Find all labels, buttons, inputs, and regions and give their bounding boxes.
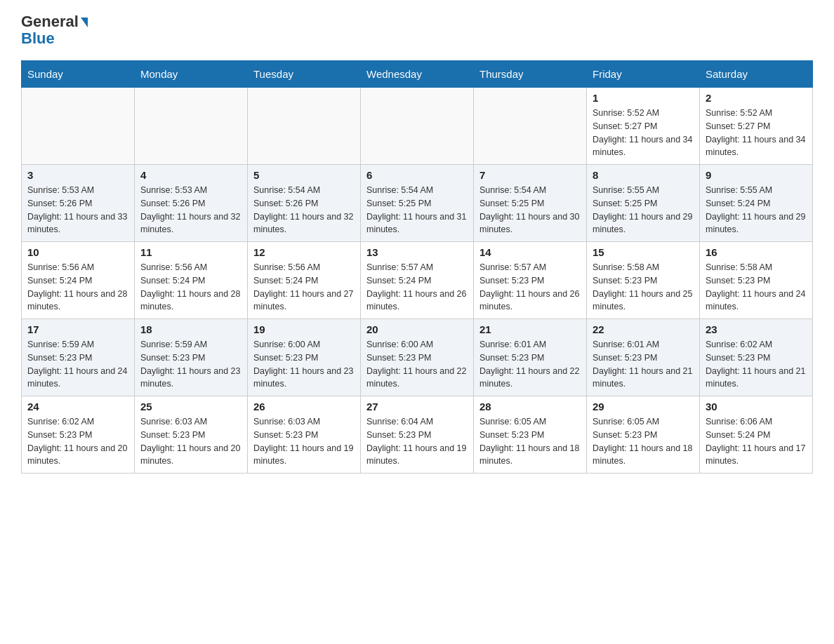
day-info: Sunrise: 6:02 AM Sunset: 5:23 PM Dayligh… xyxy=(27,415,128,468)
calendar-cell: 17Sunrise: 5:59 AM Sunset: 5:23 PM Dayli… xyxy=(22,319,135,396)
page-header: General Blue xyxy=(21,14,813,46)
day-number: 10 xyxy=(27,246,128,258)
day-header-monday: Monday xyxy=(135,61,248,88)
day-number: 25 xyxy=(140,401,241,412)
day-header-wednesday: Wednesday xyxy=(361,61,474,88)
calendar-cell: 9Sunrise: 5:55 AM Sunset: 5:24 PM Daylig… xyxy=(700,165,813,242)
calendar-cell: 11Sunrise: 5:56 AM Sunset: 5:24 PM Dayli… xyxy=(135,242,248,319)
calendar-cell: 7Sunrise: 5:54 AM Sunset: 5:25 PM Daylig… xyxy=(474,165,587,242)
day-info: Sunrise: 5:55 AM Sunset: 5:24 PM Dayligh… xyxy=(706,184,807,236)
day-number: 12 xyxy=(253,246,355,258)
day-number: 3 xyxy=(27,169,128,181)
day-number: 5 xyxy=(253,169,355,181)
calendar-cell: 29Sunrise: 6:05 AM Sunset: 5:23 PM Dayli… xyxy=(587,396,700,474)
day-number: 1 xyxy=(593,92,694,104)
calendar-cell: 15Sunrise: 5:58 AM Sunset: 5:23 PM Dayli… xyxy=(587,242,700,319)
calendar-cell: 8Sunrise: 5:55 AM Sunset: 5:25 PM Daylig… xyxy=(587,165,700,242)
day-number: 26 xyxy=(253,401,355,412)
calendar-cell: 10Sunrise: 5:56 AM Sunset: 5:24 PM Dayli… xyxy=(22,242,135,319)
calendar-cell: 26Sunrise: 6:03 AM Sunset: 5:23 PM Dayli… xyxy=(248,396,361,474)
day-info: Sunrise: 6:00 AM Sunset: 5:23 PM Dayligh… xyxy=(253,338,355,391)
day-number: 11 xyxy=(140,246,241,258)
day-number: 17 xyxy=(27,323,128,335)
calendar-cell: 1Sunrise: 5:52 AM Sunset: 5:27 PM Daylig… xyxy=(587,88,700,165)
day-info: Sunrise: 5:52 AM Sunset: 5:27 PM Dayligh… xyxy=(706,107,807,159)
calendar-cell: 27Sunrise: 6:04 AM Sunset: 5:23 PM Dayli… xyxy=(361,396,474,474)
day-header-thursday: Thursday xyxy=(474,61,587,88)
day-number: 20 xyxy=(366,323,468,335)
calendar-cell: 23Sunrise: 6:02 AM Sunset: 5:23 PM Dayli… xyxy=(700,319,813,396)
day-info: Sunrise: 5:59 AM Sunset: 5:23 PM Dayligh… xyxy=(27,338,128,391)
calendar-cell: 25Sunrise: 6:03 AM Sunset: 5:23 PM Dayli… xyxy=(135,396,248,474)
day-header-friday: Friday xyxy=(587,61,700,88)
day-info: Sunrise: 6:05 AM Sunset: 5:23 PM Dayligh… xyxy=(479,415,581,468)
day-number: 9 xyxy=(706,169,807,181)
day-info: Sunrise: 5:54 AM Sunset: 5:26 PM Dayligh… xyxy=(253,184,355,236)
day-number: 27 xyxy=(366,401,468,412)
calendar-cell: 3Sunrise: 5:53 AM Sunset: 5:26 PM Daylig… xyxy=(22,165,135,242)
day-info: Sunrise: 5:58 AM Sunset: 5:23 PM Dayligh… xyxy=(706,261,807,314)
logo: General Blue xyxy=(21,14,88,46)
day-info: Sunrise: 5:57 AM Sunset: 5:23 PM Dayligh… xyxy=(479,261,581,314)
calendar-cell: 13Sunrise: 5:57 AM Sunset: 5:24 PM Dayli… xyxy=(361,242,474,319)
calendar-table: SundayMondayTuesdayWednesdayThursdayFrid… xyxy=(21,60,813,474)
day-number: 28 xyxy=(479,401,581,412)
calendar-week-row: 24Sunrise: 6:02 AM Sunset: 5:23 PM Dayli… xyxy=(22,396,813,474)
day-info: Sunrise: 6:06 AM Sunset: 5:24 PM Dayligh… xyxy=(706,415,807,468)
calendar-cell xyxy=(474,88,587,165)
calendar-cell xyxy=(22,88,135,165)
day-info: Sunrise: 5:54 AM Sunset: 5:25 PM Dayligh… xyxy=(479,184,581,236)
day-info: Sunrise: 6:01 AM Sunset: 5:23 PM Dayligh… xyxy=(593,338,694,391)
logo-blue-text: Blue xyxy=(21,31,55,46)
calendar-cell: 2Sunrise: 5:52 AM Sunset: 5:27 PM Daylig… xyxy=(700,88,813,165)
calendar-cell: 28Sunrise: 6:05 AM Sunset: 5:23 PM Dayli… xyxy=(474,396,587,474)
calendar-cell: 30Sunrise: 6:06 AM Sunset: 5:24 PM Dayli… xyxy=(700,396,813,474)
logo-general-text: General xyxy=(21,14,88,29)
day-number: 7 xyxy=(479,169,581,181)
calendar-week-row: 17Sunrise: 5:59 AM Sunset: 5:23 PM Dayli… xyxy=(22,319,813,396)
day-number: 24 xyxy=(27,401,128,412)
calendar-cell: 18Sunrise: 5:59 AM Sunset: 5:23 PM Dayli… xyxy=(135,319,248,396)
day-number: 23 xyxy=(706,323,807,335)
day-info: Sunrise: 6:03 AM Sunset: 5:23 PM Dayligh… xyxy=(253,415,355,468)
day-info: Sunrise: 5:56 AM Sunset: 5:24 PM Dayligh… xyxy=(140,261,241,314)
day-header-tuesday: Tuesday xyxy=(248,61,361,88)
calendar-cell: 21Sunrise: 6:01 AM Sunset: 5:23 PM Dayli… xyxy=(474,319,587,396)
day-info: Sunrise: 5:53 AM Sunset: 5:26 PM Dayligh… xyxy=(140,184,241,236)
calendar-header-row: SundayMondayTuesdayWednesdayThursdayFrid… xyxy=(22,61,813,88)
calendar-cell xyxy=(361,88,474,165)
calendar-cell xyxy=(248,88,361,165)
day-number: 18 xyxy=(140,323,241,335)
calendar-cell: 20Sunrise: 6:00 AM Sunset: 5:23 PM Dayli… xyxy=(361,319,474,396)
day-info: Sunrise: 5:56 AM Sunset: 5:24 PM Dayligh… xyxy=(253,261,355,314)
day-header-saturday: Saturday xyxy=(700,61,813,88)
day-info: Sunrise: 6:02 AM Sunset: 5:23 PM Dayligh… xyxy=(706,338,807,391)
day-number: 19 xyxy=(253,323,355,335)
calendar-cell: 4Sunrise: 5:53 AM Sunset: 5:26 PM Daylig… xyxy=(135,165,248,242)
day-number: 30 xyxy=(706,401,807,412)
day-number: 6 xyxy=(366,169,468,181)
calendar-cell: 24Sunrise: 6:02 AM Sunset: 5:23 PM Dayli… xyxy=(22,396,135,474)
day-number: 14 xyxy=(479,246,581,258)
calendar-week-row: 3Sunrise: 5:53 AM Sunset: 5:26 PM Daylig… xyxy=(22,165,813,242)
day-number: 13 xyxy=(366,246,468,258)
day-info: Sunrise: 5:58 AM Sunset: 5:23 PM Dayligh… xyxy=(593,261,694,314)
day-number: 21 xyxy=(479,323,581,335)
day-number: 15 xyxy=(593,246,694,258)
calendar-cell: 14Sunrise: 5:57 AM Sunset: 5:23 PM Dayli… xyxy=(474,242,587,319)
calendar-cell: 6Sunrise: 5:54 AM Sunset: 5:25 PM Daylig… xyxy=(361,165,474,242)
calendar-cell: 22Sunrise: 6:01 AM Sunset: 5:23 PM Dayli… xyxy=(587,319,700,396)
calendar-cell: 5Sunrise: 5:54 AM Sunset: 5:26 PM Daylig… xyxy=(248,165,361,242)
day-info: Sunrise: 6:01 AM Sunset: 5:23 PM Dayligh… xyxy=(479,338,581,391)
day-info: Sunrise: 5:53 AM Sunset: 5:26 PM Dayligh… xyxy=(27,184,128,236)
day-number: 29 xyxy=(593,401,694,412)
day-header-sunday: Sunday xyxy=(22,61,135,88)
calendar-week-row: 10Sunrise: 5:56 AM Sunset: 5:24 PM Dayli… xyxy=(22,242,813,319)
day-number: 2 xyxy=(706,92,807,104)
calendar-cell: 12Sunrise: 5:56 AM Sunset: 5:24 PM Dayli… xyxy=(248,242,361,319)
day-info: Sunrise: 5:56 AM Sunset: 5:24 PM Dayligh… xyxy=(27,261,128,314)
day-info: Sunrise: 5:59 AM Sunset: 5:23 PM Dayligh… xyxy=(140,338,241,391)
day-number: 16 xyxy=(706,246,807,258)
day-info: Sunrise: 5:55 AM Sunset: 5:25 PM Dayligh… xyxy=(593,184,694,236)
day-number: 22 xyxy=(593,323,694,335)
